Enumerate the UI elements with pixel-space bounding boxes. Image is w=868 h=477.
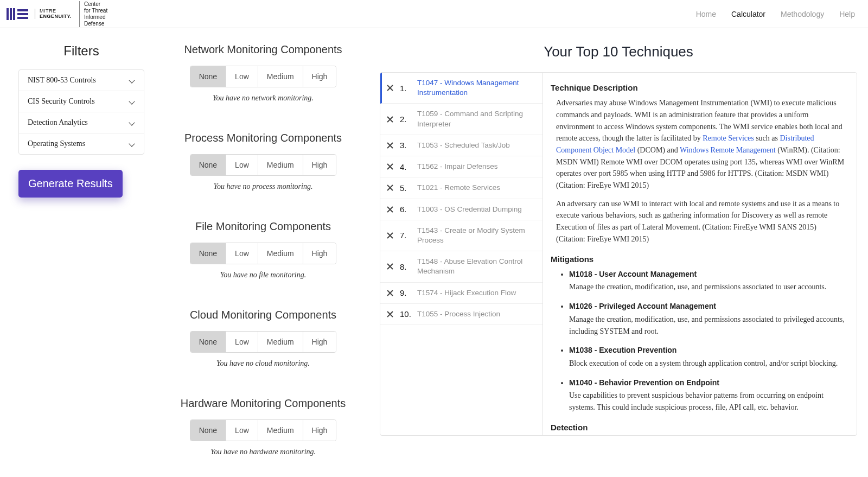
mitigation-item: M1026 - Privileged Account Management Ma… (569, 301, 847, 337)
close-icon[interactable] (386, 84, 394, 92)
technique-row[interactable]: 8. T1548 - Abuse Elevation Control Mecha… (380, 251, 542, 282)
seg-medium[interactable]: Medium (258, 243, 303, 264)
seg-none[interactable]: None (190, 420, 226, 441)
filter-label: NIST 800-53 Controls (28, 76, 96, 85)
monitoring-title: Network Monitoring Components (163, 43, 363, 56)
technique-rank: 1. (400, 84, 412, 93)
nav-home[interactable]: Home (696, 10, 716, 18)
seg-low[interactable]: Low (226, 332, 258, 352)
seg-none[interactable]: None (190, 332, 226, 352)
link-remote-services[interactable]: Remote Services (703, 134, 754, 142)
mitigation-desc: Block execution of code on a system thro… (569, 359, 838, 367)
monitoring-title: File Monitoring Components (163, 220, 363, 233)
technique-detail[interactable]: Technique Description Adversaries may ab… (543, 73, 857, 435)
filter-os[interactable]: Operating Systems (19, 133, 144, 154)
nav-methodology[interactable]: Methodology (781, 10, 824, 18)
technique-row[interactable]: 6. T1003 - OS Credential Dumping (380, 199, 542, 220)
generate-results-button[interactable]: Generate Results (18, 170, 123, 198)
close-icon[interactable] (386, 141, 394, 150)
seg-medium[interactable]: Medium (258, 155, 303, 175)
filter-cis[interactable]: CIS Security Controls (19, 91, 144, 112)
technique-row[interactable]: 10. T1055 - Process Injection (380, 304, 542, 325)
mitigation-desc: Use capabilities to prevent suspicious b… (569, 391, 824, 411)
segmented-control: None Low Medium High (190, 331, 337, 353)
technique-name: T1543 - Create or Modify System Process (417, 226, 536, 245)
monitoring-title: Process Monitoring Components (163, 132, 363, 144)
mitigation-desc: Manage the creation, modification, use, … (569, 283, 826, 291)
chevron-down-icon (129, 119, 135, 126)
technique-name: T1059 - Command and Scripting Interprete… (417, 109, 536, 129)
filter-label: Detection Analytics (28, 118, 88, 127)
detail-description-p1: Adversaries may abuse Windows Management… (556, 97, 847, 192)
detail-detection-heading: Detection (551, 421, 847, 434)
chevron-down-icon (129, 98, 135, 105)
monitoring-panel: Network Monitoring Components None Low M… (163, 43, 369, 477)
close-icon[interactable] (386, 289, 394, 297)
technique-row[interactable]: 2. T1059 - Command and Scripting Interpr… (380, 104, 542, 135)
detail-description-heading: Technique Description (551, 81, 847, 94)
link-winrm[interactable]: Windows Remote Management (680, 146, 776, 154)
technique-rank: 3. (400, 141, 412, 150)
technique-rank: 5. (400, 183, 412, 193)
seg-low[interactable]: Low (226, 243, 258, 264)
monitoring-note: You have no hardware monitoring. (163, 448, 363, 456)
seg-medium[interactable]: Medium (258, 420, 303, 441)
chevron-down-icon (129, 141, 135, 147)
close-icon[interactable] (386, 115, 394, 124)
close-icon[interactable] (386, 162, 394, 171)
top10-title: Your Top 10 Techniques (380, 43, 857, 60)
mitigation-desc: Manage the creation, modification, use, … (569, 315, 845, 335)
seg-low[interactable]: Low (226, 66, 258, 87)
seg-none[interactable]: None (190, 243, 226, 264)
seg-medium[interactable]: Medium (258, 332, 303, 352)
close-icon[interactable] (386, 183, 394, 192)
mitigation-item: M1038 - Execution Prevention Block execu… (569, 345, 847, 369)
nav-help[interactable]: Help (839, 10, 855, 18)
filter-nist[interactable]: NIST 800-53 Controls (19, 70, 144, 91)
filters-panel: Filters NIST 800-53 Controls CIS Securit… (11, 43, 152, 477)
technique-row[interactable]: 9. T1574 - Hijack Execution Flow (380, 283, 542, 304)
monitoring-title: Cloud Monitoring Components (163, 309, 363, 321)
seg-high[interactable]: High (303, 420, 336, 441)
technique-row[interactable]: 5. T1021 - Remote Services (380, 177, 542, 199)
technique-row[interactable]: 1. T1047 - Windows Management Instrument… (380, 73, 542, 104)
logo-text-primary: MITRE ENGENUITY. (35, 9, 72, 20)
seg-high[interactable]: High (303, 332, 336, 352)
mitigation-item: M1040 - Behavior Prevention on Endpoint … (569, 377, 847, 414)
chevron-down-icon (129, 77, 135, 84)
technique-rank: 10. (400, 309, 412, 319)
monitoring-hardware: Hardware Monitoring Components None Low … (163, 397, 363, 456)
mitigation-item: M1018 - User Account Management Manage t… (569, 269, 847, 293)
seg-low[interactable]: Low (226, 155, 258, 175)
filter-detection[interactable]: Detection Analytics (19, 112, 144, 133)
mitigation-title: M1026 - Privileged Account Management (569, 301, 847, 313)
technique-row[interactable]: 7. T1543 - Create or Modify System Proce… (380, 220, 542, 251)
logo-icon (7, 8, 28, 20)
nav-calculator[interactable]: Calculator (731, 10, 765, 18)
seg-high[interactable]: High (303, 243, 336, 264)
close-icon[interactable] (386, 205, 394, 214)
monitoring-cloud: Cloud Monitoring Components None Low Med… (163, 309, 363, 368)
seg-none[interactable]: None (190, 155, 226, 175)
logo-text-secondary: Center for Threat Informed Defense (79, 1, 107, 27)
technique-name: T1562 - Impair Defenses (417, 162, 498, 171)
segmented-control: None Low Medium High (190, 154, 337, 176)
segmented-control: None Low Medium High (190, 243, 337, 264)
mitigation-title: M1018 - User Account Management (569, 269, 847, 281)
technique-rank: 9. (400, 288, 412, 297)
seg-high[interactable]: High (303, 66, 336, 87)
technique-rank: 6. (400, 205, 412, 214)
top-header: MITRE ENGENUITY. Center for Threat Infor… (0, 0, 868, 28)
close-icon[interactable] (386, 231, 394, 240)
technique-name: T1548 - Abuse Elevation Control Mechanis… (417, 257, 536, 276)
top10-body: 1. T1047 - Windows Management Instrument… (380, 72, 857, 436)
close-icon[interactable] (386, 262, 394, 271)
seg-high[interactable]: High (303, 155, 336, 175)
technique-row[interactable]: 4. T1562 - Impair Defenses (380, 156, 542, 177)
seg-medium[interactable]: Medium (258, 66, 303, 87)
close-icon[interactable] (386, 310, 394, 319)
technique-row[interactable]: 3. T1053 - Scheduled Task/Job (380, 135, 542, 156)
seg-low[interactable]: Low (226, 420, 258, 441)
seg-none[interactable]: None (190, 66, 226, 87)
technique-rank: 2. (400, 115, 412, 124)
